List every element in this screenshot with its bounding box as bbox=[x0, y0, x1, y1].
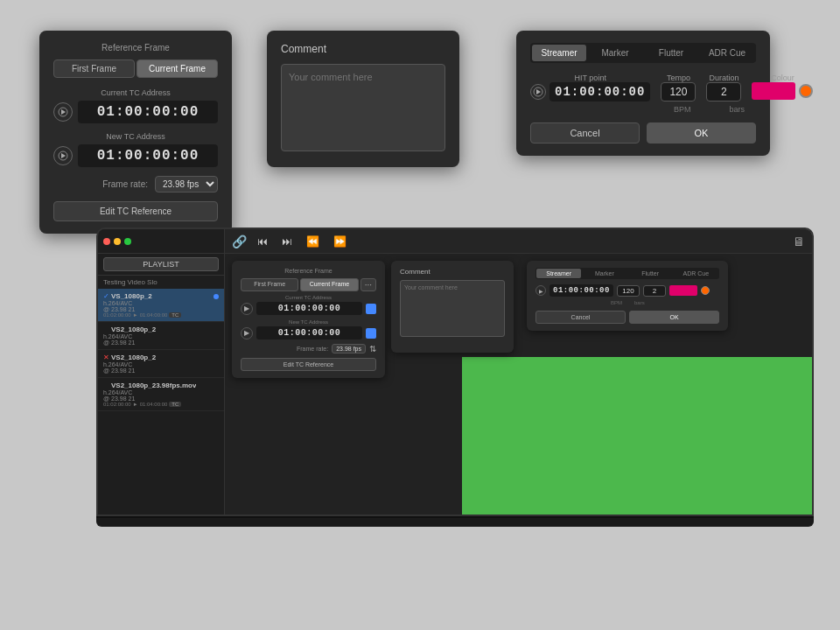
tc-new-label: New TC Address bbox=[53, 132, 218, 141]
svg-marker-1 bbox=[61, 109, 66, 115]
duration-input[interactable] bbox=[706, 82, 741, 102]
list-item[interactable]: ✓ VS2_1080p_2 h.264/AVC @ 23.98 21 bbox=[98, 322, 224, 350]
mini-streamer-actions: Cancel OK bbox=[536, 311, 719, 324]
mini-streamer-hit-row: ▶ 01:00:00:00 bbox=[536, 284, 719, 297]
framerate-row: Frame rate: 23.98 fps 24 fps 25 fps 29.9… bbox=[53, 176, 218, 192]
traffic-light-green[interactable] bbox=[124, 238, 131, 245]
mini-tab-flutter[interactable]: Flutter bbox=[628, 269, 673, 278]
comment-textarea[interactable] bbox=[281, 64, 445, 151]
mini-edit-tc-button[interactable]: Edit TC Reference bbox=[241, 358, 376, 371]
streamer-tabs: Streamer Marker Flutter ADR Cue bbox=[530, 43, 756, 63]
fast-forward-button[interactable]: ⏭ bbox=[278, 234, 296, 249]
playlist-button[interactable]: PLAYLIST bbox=[103, 257, 219, 271]
mini-tc-icon[interactable]: ▶ bbox=[241, 303, 253, 315]
duration-section: Duration bbox=[706, 74, 741, 102]
item-meta: h.264/AVC bbox=[103, 300, 219, 306]
traffic-light-red[interactable] bbox=[103, 238, 110, 245]
item-tc-bar: 01:02:00:00 ► 01:04:00:00 TC bbox=[103, 312, 219, 318]
main-content: 🔗 ⏮ ⏭ ⏪ ⏩ 🖥 Reference Frame First Frame … bbox=[225, 229, 812, 514]
mini-reference-frame-panel: Reference Frame First Frame Current Fram… bbox=[232, 261, 385, 378]
mini-tempo-input[interactable] bbox=[617, 285, 640, 297]
tab-adr-cue[interactable]: ADR Cue bbox=[700, 45, 754, 61]
mini-tc-current-row: ▶ 01:00:00:00 bbox=[241, 302, 376, 315]
item-meta: h.264/AVC bbox=[103, 361, 219, 368]
prev-frame-button[interactable]: ⏪ bbox=[303, 234, 323, 249]
mini-duration-input[interactable] bbox=[643, 285, 666, 297]
mini-fps-label: Frame rate: bbox=[297, 346, 328, 352]
mini-bars-label: bars bbox=[634, 300, 645, 305]
mini-bpm-label: BPM bbox=[611, 300, 622, 305]
sidebar-toolbar bbox=[98, 229, 224, 254]
mini-comment-textarea[interactable] bbox=[400, 280, 505, 337]
traffic-light-yellow[interactable] bbox=[114, 238, 121, 245]
item-name: VS_1080p_2 bbox=[111, 292, 152, 300]
tc-chip: TC bbox=[169, 402, 181, 407]
mini-colour-swatch[interactable] bbox=[669, 285, 697, 296]
tempo-section: Tempo bbox=[661, 74, 696, 102]
tc-arrow: ► bbox=[133, 402, 138, 407]
tab-marker[interactable]: Marker bbox=[588, 45, 642, 61]
tc-arrow: ► bbox=[133, 312, 138, 318]
ref-frame-title: Reference Frame bbox=[53, 43, 218, 52]
mini-ref-title: Reference Frame bbox=[241, 268, 376, 274]
mini-ok-button[interactable]: OK bbox=[629, 311, 719, 324]
bpm-label: BPM bbox=[674, 105, 691, 114]
monitor-icon: 🖥 bbox=[793, 234, 805, 248]
svg-marker-5 bbox=[536, 89, 541, 94]
tc-new-icon[interactable] bbox=[53, 146, 73, 165]
list-item[interactable]: ✓ VS2_1080p_23.98fps.mov h.264/AVC @ 23.… bbox=[98, 378, 224, 411]
next-frame-button[interactable]: ⏩ bbox=[330, 234, 350, 249]
mini-tc-new-row: ▶ 01:00:00:00 bbox=[241, 326, 376, 340]
item-meta2: @ 23.98 21 bbox=[103, 368, 219, 374]
laptop-inner: PLAYLIST Testing Video Slo ✓ VS_1080p_2 … bbox=[98, 229, 812, 514]
streamer-tc-icon[interactable] bbox=[530, 84, 546, 100]
comment-panel: Comment bbox=[267, 31, 459, 167]
current-frame-button[interactable]: Current Frame bbox=[136, 60, 218, 78]
cancel-button[interactable]: Cancel bbox=[530, 122, 640, 144]
mini-s-icon[interactable]: ▶ bbox=[536, 285, 546, 296]
colour-circle[interactable] bbox=[799, 84, 813, 98]
tab-streamer[interactable]: Streamer bbox=[532, 45, 586, 61]
tc-new-row: 01:00:00:00 bbox=[53, 144, 218, 167]
mini-streamer-tabs: Streamer Marker Flutter ADR Cue bbox=[536, 268, 719, 279]
mini-first-frame-button[interactable]: First Frame bbox=[241, 278, 298, 291]
mini-tc-new-icon[interactable]: ▶ bbox=[241, 327, 253, 340]
first-frame-button[interactable]: First Frame bbox=[53, 60, 135, 78]
tab-flutter[interactable]: Flutter bbox=[644, 45, 698, 61]
tc-chip: TC bbox=[169, 312, 181, 318]
mini-colour-circle[interactable] bbox=[701, 286, 710, 295]
sidebar-header: PLAYLIST bbox=[98, 254, 224, 276]
fps-spinner[interactable]: ⇅ bbox=[369, 344, 376, 354]
edit-tc-reference-button[interactable]: Edit TC Reference bbox=[53, 201, 218, 221]
mini-cancel-button[interactable]: Cancel bbox=[536, 311, 626, 324]
tempo-label: Tempo bbox=[661, 74, 696, 82]
mini-fps-row: Frame rate: 23.98 fps ⇅ bbox=[241, 344, 376, 354]
tempo-input[interactable] bbox=[661, 82, 696, 102]
mini-streamer-unit-labels: BPM bars bbox=[536, 300, 719, 305]
mini-tab-streamer[interactable]: Streamer bbox=[536, 269, 581, 278]
mini-tab-adr-cue[interactable]: ADR Cue bbox=[674, 269, 718, 278]
tc-new-display: 01:00:00:00 bbox=[78, 144, 218, 167]
mini-current-frame-button[interactable]: Current Frame bbox=[300, 278, 358, 291]
mini-s-tc-display: 01:00:00:00 bbox=[550, 284, 613, 297]
tc-current-icon[interactable] bbox=[53, 102, 73, 122]
ref-frame-btn-group: First Frame Current Frame bbox=[53, 60, 218, 78]
item-meta: h.264/AVC bbox=[103, 333, 219, 340]
colour-swatch[interactable] bbox=[752, 82, 795, 100]
mini-tab-marker[interactable]: Marker bbox=[582, 269, 626, 278]
sidebar-section-title: Testing Video Slo bbox=[98, 276, 224, 289]
tc-current-label: Current TC Address bbox=[53, 88, 218, 97]
sidebar: PLAYLIST Testing Video Slo ✓ VS_1080p_2 … bbox=[98, 229, 225, 514]
list-item[interactable]: ✕ VS2_1080p_2 h.264/AVC @ 23.98 21 bbox=[98, 350, 224, 378]
item-meta2: @ 23.98 21 bbox=[103, 396, 219, 402]
mini-more-button[interactable]: ··· bbox=[360, 278, 376, 291]
comment-title: Comment bbox=[281, 43, 445, 55]
list-item[interactable]: ✓ VS_1080p_2 h.264/AVC @ 23.98 21 01:02:… bbox=[98, 289, 224, 322]
ok-button[interactable]: OK bbox=[647, 122, 756, 144]
framerate-select[interactable]: 23.98 fps 24 fps 25 fps 29.97 fps bbox=[155, 176, 218, 192]
x-icon: ✕ bbox=[103, 354, 109, 361]
laptop-section: PLAYLIST Testing Video Slo ✓ VS_1080p_2 … bbox=[96, 228, 814, 604]
tc-end: 01:04:00:00 bbox=[140, 312, 168, 318]
top-bar: 🔗 ⏮ ⏭ ⏪ ⏩ 🖥 bbox=[225, 229, 812, 254]
rewind-button[interactable]: ⏮ bbox=[254, 234, 271, 249]
